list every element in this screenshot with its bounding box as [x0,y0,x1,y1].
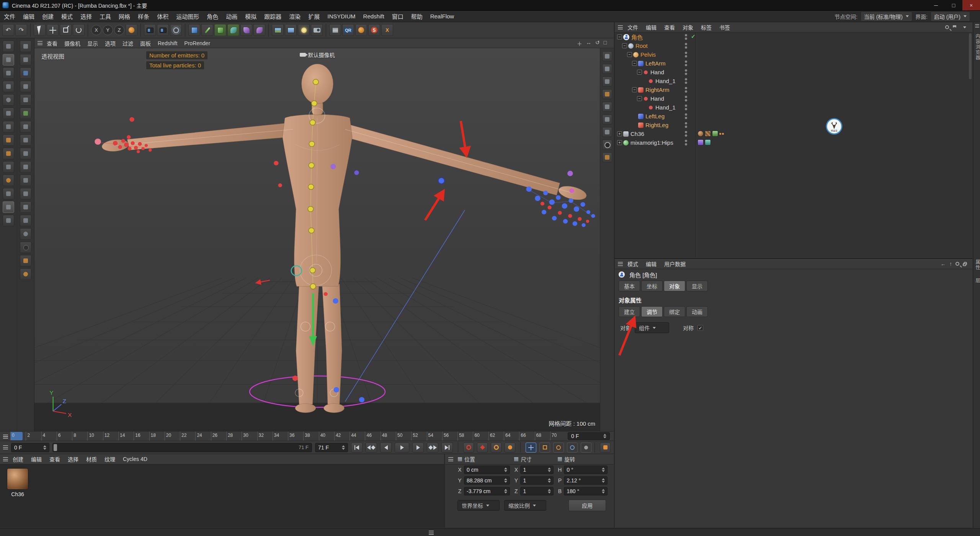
palette-tool-9[interactable] [20,148,31,159]
history-up-icon[interactable]: ↑ [949,261,952,267]
visibility-dots[interactable] [685,113,687,119]
viewport-menu-item[interactable]: 过滤 [119,39,137,47]
goto-start-button[interactable] [351,443,363,453]
spline-tool-button-1[interactable] [3,134,14,146]
object-manager-menu-item[interactable]: 编辑 [642,23,660,31]
next-key-button[interactable] [427,443,438,453]
side-strip-icon-7[interactable] [602,127,612,137]
object-manager-menu-item[interactable]: 文件 [624,23,642,31]
search-icon[interactable] [956,262,959,266]
record-parameter-toggle[interactable] [567,443,578,453]
zoom-view-icon[interactable]: ↔ [586,39,591,47]
side-strip-icon-6[interactable] [602,114,612,124]
menu-item[interactable]: INSYDIUM [323,13,359,20]
viewport-menu-item[interactable]: ProRender [181,40,214,46]
menu-item[interactable]: 文件 [0,12,19,20]
visibility-dots[interactable] [685,69,687,75]
palette-tool-13[interactable] [20,201,31,213]
menu-item[interactable]: 角色 [203,12,222,20]
palette-tool-18[interactable] [20,268,31,280]
tab-attributes[interactable]: 属性 [974,260,980,270]
bookmark-icon[interactable] [953,25,956,29]
ruler-grip-icon[interactable] [3,435,8,439]
render-view-button[interactable] [144,24,156,36]
position-y-field[interactable]: 88.288 cm [464,476,510,485]
tree-row-hand-left[interactable]: Hand [615,68,972,77]
attribute-menu-item[interactable]: 编辑 [642,260,660,268]
timeline-ticks[interactable]: 0246810121416182022242628303234363840424… [10,431,565,441]
material-menu-item[interactable]: 选择 [64,455,82,463]
menu-item[interactable]: 扩展 [304,12,323,20]
history-back-icon[interactable]: ← [941,261,946,267]
render-settings-button[interactable] [170,24,182,36]
attribute-menu-item[interactable]: 用户数据 [660,260,689,268]
menu-item[interactable]: 跟踪器 [260,12,285,20]
camera-button[interactable] [311,24,323,36]
tab-display[interactable]: 显示 [686,281,708,291]
timeline-ruler[interactable]: 0246810121416182022242628303234363840424… [0,431,614,441]
size-x-field[interactable]: 1 [520,466,554,474]
position-z-field[interactable]: -3.779 cm [464,487,510,495]
apply-button[interactable]: 应用 [568,500,606,511]
close-button[interactable]: × [962,0,980,10]
tree-row-leftarm[interactable]: LeftArm [615,59,972,68]
view-name-label[interactable]: 透视视图 [41,52,64,60]
menu-item[interactable]: RealFlow [426,13,458,20]
pan-view-icon[interactable]: ＋ [577,39,582,47]
record-key-button[interactable] [477,443,488,453]
visibility-dots[interactable] [685,60,687,66]
palette-tool-1[interactable] [20,41,31,52]
palette-tool-17[interactable] [20,255,31,266]
rotation-h-field[interactable]: 0 ° [564,466,608,474]
viewport-menu-item[interactable]: 查看 [43,39,61,47]
statusbar-grip-icon[interactable] [429,531,434,535]
generators-button[interactable] [227,24,239,36]
palette-tool-8[interactable] [20,134,31,146]
palette-tool-4[interactable] [20,81,31,92]
tree-row-mixamorig1-hips[interactable]: mixamorig1:Hips [615,138,972,147]
tree-row-rightleg[interactable]: RightLeg [615,121,972,129]
material-menu-item[interactable]: 材质 [82,455,101,463]
visibility-dots[interactable] [685,140,687,145]
object-tags[interactable] [697,139,711,145]
texture-mode-button[interactable] [3,67,14,79]
axis-modify-button[interactable] [3,188,14,199]
floor-button[interactable] [272,24,284,36]
menu-item[interactable]: 动画 [222,12,241,20]
subtab-adjust[interactable]: 调节 [641,306,663,317]
rotate-tool-button[interactable] [73,24,85,36]
object-tags[interactable] [697,131,724,137]
lock-x-axis-button[interactable]: X [91,25,101,35]
sky-button[interactable] [285,24,297,36]
visibility-dots[interactable] [685,122,687,128]
visibility-dots[interactable] [685,34,687,40]
timeline-layout-button[interactable] [600,443,611,453]
tab-content-browser[interactable]: 内容浏览器 [974,34,980,60]
expand-toggle[interactable] [632,61,637,66]
side-strip-icon-3[interactable] [602,77,612,87]
tree-row-root[interactable]: Root [615,41,972,50]
side-strip-icon-4[interactable] [602,89,612,99]
edges-mode-button[interactable] [3,108,14,119]
selection-tag-dots[interactable] [719,133,724,135]
panel-grip-icon[interactable] [3,457,8,461]
visibility-dots[interactable] [685,105,687,110]
record-active-objects-button[interactable] [463,443,474,453]
deformer-button[interactable] [253,24,265,36]
palette-tool-10[interactable] [20,161,31,173]
menu-item[interactable]: 体积 [153,12,172,20]
grid-array-button[interactable] [329,24,341,36]
expand-toggle[interactable] [637,70,642,75]
menu-item[interactable]: 网格 [115,12,134,20]
render-picture-viewer-button[interactable] [157,24,169,36]
material-menu-item[interactable]: Cycles 4D [119,456,151,462]
range-start-field[interactable]: 0 F [11,443,49,452]
menu-item[interactable]: 模拟 [241,12,260,20]
keyframe-selection-button[interactable] [505,443,515,453]
menu-item[interactable]: 创建 [38,12,57,20]
position-x-field[interactable]: 0 cm [464,466,510,474]
record-position-toggle[interactable] [526,443,536,453]
tab-basic[interactable]: 基本 [619,281,640,291]
size-y-field[interactable]: 1 [520,476,554,485]
palette-tool-12[interactable] [20,188,31,199]
